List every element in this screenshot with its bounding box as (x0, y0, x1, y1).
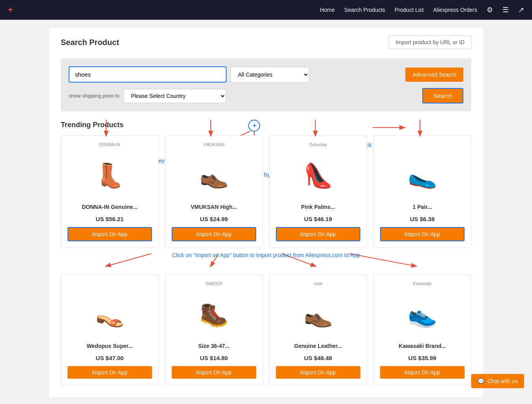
product-name: DONNA-IN Genuine... (82, 204, 138, 212)
menu-icon[interactable]: ☰ (502, 6, 509, 14)
import-on-app-button[interactable]: Import On App (276, 227, 360, 241)
product-image: 🥿 (408, 162, 437, 190)
product-card: 👡 Wedopus Super... US $47.00 Import On A… (61, 274, 159, 385)
logo: + (8, 5, 13, 15)
product-brand: mpd (314, 281, 322, 288)
product-brand: VMUKSAN (203, 142, 225, 149)
page-header: Search Product Import product by URL or … (61, 36, 471, 49)
main-content: Search Product Import product by URL or … (49, 28, 483, 397)
nav-aliexpress-orders[interactable]: Aliexpress Orders (433, 7, 477, 13)
product-price: US $47.00 (96, 355, 124, 361)
svg-line-11 (211, 254, 219, 266)
search-area-container: All Categories Advanced Search show ship… (61, 58, 471, 111)
product-brand: Deluxday (309, 142, 327, 149)
page-title: Search Product (61, 38, 119, 47)
import-on-app-button[interactable]: Import On App (172, 366, 256, 379)
import-on-app-button[interactable]: Import On App (380, 366, 465, 379)
nav-product-list[interactable]: Product List (395, 7, 424, 13)
category-select[interactable]: All Categories (230, 67, 309, 83)
nav-home[interactable]: Home (320, 7, 335, 13)
shipping-row: show shipping price to Please Select Cou… (69, 88, 463, 103)
product-image-area: 👞 (294, 291, 342, 338)
product-name: Size 36-47... (198, 343, 229, 351)
navbar: + Home Search Products Product List Alie… (0, 0, 532, 20)
product-price: US $6.38 (410, 216, 435, 222)
svg-line-13 (349, 254, 416, 266)
import-annotation-container: Click on "Import on App" button to impor… (61, 248, 471, 271)
product-card: 🥿 1 Pair... US $6.38 Import On App (373, 135, 471, 248)
svg-line-12 (282, 254, 315, 266)
product-image-area: 🥿 (399, 152, 446, 199)
product-image-area: 👟 (399, 291, 446, 338)
product-card: Deluxday 👠 Pink Palms... US $46.19 Impor… (269, 135, 367, 248)
chat-icon: 💬 (478, 378, 484, 384)
navbar-links: Home Search Products Product List Aliexp… (320, 6, 524, 14)
share-icon[interactable]: ↗ (518, 6, 524, 14)
product-price: US $48.48 (304, 355, 332, 361)
import-on-app-button[interactable]: Import On App (67, 366, 152, 379)
import-on-app-button[interactable]: Import On App (380, 227, 465, 241)
product-brand: Kawasaki (413, 281, 431, 288)
products-grid-row2: 👡 Wedopus Super... US $47.00 Import On A… (61, 274, 471, 385)
product-price: US $14.80 (200, 355, 228, 361)
product-brand: SIMOER (205, 281, 222, 288)
chat-button[interactable]: 💬 Chat with us (471, 374, 524, 388)
product-image: 👠 (303, 162, 333, 190)
product-card: SIMOER 🥾 Size 36-47... US $14.80 Import … (165, 274, 263, 385)
annotation-import-text: Click on "Import on App" button to impor… (148, 252, 384, 258)
product-name: Kawasaki Brand... (399, 343, 446, 351)
gear-icon[interactable]: ⚙ (487, 6, 493, 14)
search-button[interactable]: Search (422, 88, 463, 103)
product-image: 👡 (95, 301, 125, 329)
trending-title: Trending Products (61, 121, 471, 129)
product-image-area: 👡 (86, 291, 133, 338)
product-name: Genuine Leather... (294, 343, 342, 351)
import-on-app-button[interactable]: Import On App (276, 366, 360, 379)
svg-line-10 (106, 254, 152, 266)
import-on-app-button[interactable]: Import On App (172, 227, 256, 241)
product-price: US $35.99 (408, 355, 436, 361)
import-annotation-svg (61, 248, 471, 270)
advanced-search-button[interactable]: Advanced Search (405, 68, 463, 82)
product-card: mpd 👞 Genuine Leather... US $48.48 Impor… (269, 274, 367, 385)
nav-search-products[interactable]: Search Products (344, 7, 385, 13)
product-image: 👟 (408, 301, 437, 329)
product-brand: DONNA·IN (99, 142, 120, 149)
product-card: VMUKSAN 👞 VMUKSAN High... US $24.99 Impo… (165, 135, 263, 248)
products-grid-row1: DONNA·IN 👢 DONNA-IN Genuine... US $56.21… (61, 135, 471, 248)
import-on-app-button[interactable]: Import On App (67, 227, 152, 241)
search-input[interactable] (69, 66, 227, 83)
product-image-area: 🥾 (190, 291, 238, 338)
product-price: US $46.19 (304, 216, 332, 222)
product-name: VMUKSAN High... (191, 204, 237, 212)
product-image-area: 👢 (86, 152, 133, 199)
product-image: 👞 (199, 162, 229, 190)
trending-section: Trending Products DONNA·IN (61, 121, 471, 385)
products-row1-container: DONNA·IN 👢 DONNA-IN Genuine... US $56.21… (61, 135, 471, 248)
product-name: 1 Pair... (412, 204, 432, 212)
product-image-area: 👠 (294, 152, 342, 199)
product-image-area: 👞 (190, 152, 238, 199)
product-card: DONNA·IN 👢 DONNA-IN Genuine... US $56.21… (61, 135, 159, 248)
search-area: All Categories Advanced Search show ship… (61, 58, 471, 111)
product-name: Wedopus Super... (86, 343, 133, 351)
country-select[interactable]: Please Select Country (124, 89, 226, 103)
import-url-button[interactable]: Import product by URL or ID (389, 36, 471, 49)
product-name: Pink Palms... (301, 204, 335, 212)
product-image: 👢 (95, 162, 125, 190)
search-row: All Categories Advanced Search (69, 66, 463, 83)
product-image: 👞 (303, 301, 333, 329)
product-image: 🥾 (199, 301, 229, 329)
shipping-label: show shipping price to (69, 93, 120, 99)
chat-label: Chat with us (487, 378, 518, 384)
product-price: US $56.21 (96, 216, 124, 222)
product-card: Kawasaki 👟 Kawasaki Brand... US $35.99 I… (373, 274, 471, 385)
product-price: US $24.99 (200, 216, 228, 222)
